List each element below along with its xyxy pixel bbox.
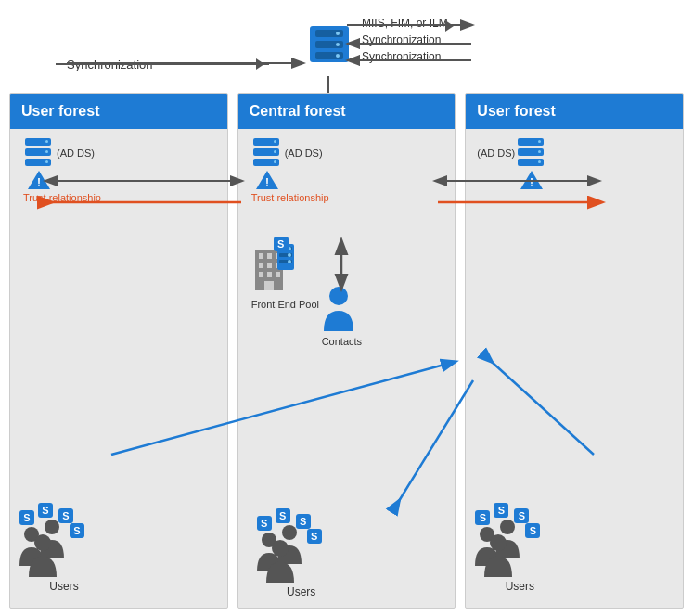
- skype-badge: S: [296, 514, 311, 529]
- svg-rect-8: [259, 253, 263, 259]
- sync-down2-arrow: [347, 59, 458, 61]
- svg-text:!: !: [530, 176, 533, 189]
- left-forest-header: User forest: [10, 94, 227, 129]
- front-end-label: Front End Pool: [251, 299, 319, 310]
- left-trust-label: Trust relationship: [23, 192, 101, 203]
- right-forest-body: (AD DS) !: [466, 129, 683, 608]
- center-forest-title: Central forest: [250, 103, 346, 119]
- center-users-group: S S S S Users: [255, 514, 348, 598]
- skype-badge-pool: S: [274, 237, 289, 251]
- center-forest-panel: Central forest (AD DS): [237, 93, 456, 609]
- right-users-label: Users: [473, 580, 566, 593]
- svg-rect-14: [259, 272, 263, 277]
- left-forest-panel: User forest (AD DS): [9, 93, 228, 609]
- skype-badge: S: [525, 523, 540, 538]
- svg-text:!: !: [265, 176, 269, 189]
- right-forest-title: User forest: [477, 103, 555, 119]
- right-ad-group: (AD DS): [477, 146, 515, 160]
- skype-badge: S: [514, 508, 529, 523]
- right-ad-label: (AD DS): [477, 148, 515, 159]
- left-ad-label: (AD DS): [57, 148, 95, 159]
- miis-arrow: [347, 24, 458, 26]
- skype-badge: S: [19, 510, 34, 525]
- right-forest-header: User forest: [466, 94, 683, 129]
- contacts-group: Contacts: [322, 285, 362, 347]
- center-forest-header: Central forest: [238, 94, 456, 129]
- person-icon: [27, 533, 58, 580]
- left-server-icon: [25, 138, 51, 166]
- front-end-pool-group: S Front End Pool: [251, 240, 319, 310]
- svg-point-28: [272, 540, 289, 557]
- left-users-label: Users: [18, 580, 110, 593]
- sync-down1-arrow: [347, 43, 458, 45]
- right-server-icon: [518, 138, 544, 166]
- svg-rect-12: [267, 263, 272, 268]
- center-warning-icon: !: [255, 170, 279, 193]
- svg-point-25: [329, 287, 348, 305]
- miis-label: MIIS, FIM, or ILM: [362, 17, 448, 30]
- svg-point-33: [490, 534, 507, 551]
- skype-badge: S: [475, 510, 490, 525]
- skype-badge: S: [307, 529, 322, 544]
- svg-rect-15: [267, 272, 272, 277]
- svg-rect-16: [276, 272, 280, 277]
- person-icon: [482, 533, 514, 580]
- person-icon: [264, 538, 296, 585]
- skype-badge: S: [276, 508, 290, 523]
- left-ad-group: (AD DS): [57, 146, 95, 160]
- left-forest-title: User forest: [21, 103, 99, 119]
- skype-badge: S: [257, 516, 272, 531]
- svg-rect-17: [264, 281, 274, 290]
- right-forest-panel: User forest (AD DS): [465, 93, 684, 609]
- skype-badge: S: [58, 508, 73, 523]
- right-users-group: S S S S Users: [473, 508, 566, 593]
- left-users-group: S S S S Users: [18, 508, 110, 593]
- svg-rect-11: [259, 263, 263, 268]
- center-forest-body: (AD DS) ! Tr: [238, 129, 456, 608]
- forests-container: User forest (AD DS): [9, 93, 684, 609]
- left-forest-body: (AD DS) ! Tr: [10, 129, 227, 608]
- svg-point-23: [288, 253, 291, 257]
- left-warning-icon: !: [27, 170, 51, 193]
- right-warning-icon: !: [520, 170, 544, 193]
- svg-point-24: [288, 260, 291, 263]
- contacts-label: Contacts: [322, 336, 362, 347]
- center-users-label: Users: [255, 585, 348, 598]
- skype-badge: S: [70, 523, 84, 538]
- center-ad-group: (AD DS): [285, 146, 323, 160]
- svg-rect-9: [267, 253, 272, 259]
- top-section: Synchronization MIIS, FIM, or ILM Synchr…: [0, 0, 693, 97]
- center-ad-label: (AD DS): [285, 148, 323, 159]
- skype-badge: S: [38, 503, 53, 518]
- center-server-icon: [253, 138, 279, 166]
- skype-badge: S: [494, 503, 508, 518]
- center-trust-label: Trust relationship: [251, 192, 329, 203]
- sync-right-arrow: [56, 63, 269, 65]
- svg-text:!: !: [37, 176, 41, 189]
- svg-point-4: [34, 534, 51, 551]
